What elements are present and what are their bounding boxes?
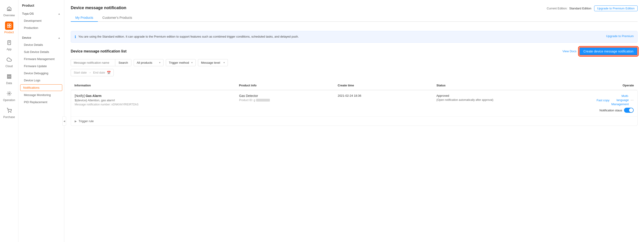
nav-item-notifications[interactable]: Notifications: [20, 84, 62, 91]
product-id-blur: [256, 99, 270, 102]
svg-rect-9: [7, 75, 11, 76]
view-docs-link[interactable]: View Docs: [562, 49, 576, 53]
chevron-down-icon: ▾: [159, 61, 160, 64]
svg-rect-10: [7, 76, 11, 77]
operate-links: Fast copy Multi-languageManagement ···: [596, 94, 634, 107]
calendar-icon: 📅: [107, 71, 111, 75]
svg-point-13: [8, 112, 9, 113]
sidebar-label-cloud: Cloud: [6, 65, 13, 68]
nav-item-device-logs[interactable]: Device Logs: [18, 77, 64, 84]
edition-bar: Current Edition: Standard Edition Upgrad…: [547, 5, 638, 11]
nav-group-tuya-os-label: Tuya OS: [22, 12, 34, 15]
notification-info-cell: [Notify] Gas Alarm ${device} Attention, …: [75, 94, 239, 106]
upgrade-to-premium-link[interactable]: Upgrade to Premium: [606, 34, 634, 38]
sidebar-item-operation[interactable]: Operation: [0, 87, 18, 104]
col-create-time: Create time: [338, 84, 436, 87]
notification-status-toggle[interactable]: [624, 108, 634, 113]
status-sub: (Open notification automatically after a…: [436, 98, 535, 102]
tabs-container: My Products Customer's Products: [71, 14, 638, 22]
info-icon: ℹ: [75, 35, 76, 39]
fast-copy-link[interactable]: Fast copy: [596, 99, 609, 102]
collapse-sidebar-button[interactable]: ◀: [62, 117, 66, 125]
info-banner: ℹ You are using the Standard edition. It…: [71, 31, 638, 43]
tab-customers-products[interactable]: Customer's Products: [98, 14, 137, 22]
svg-point-12: [8, 93, 10, 94]
all-products-dropdown[interactable]: All products ▾: [134, 59, 164, 66]
product-id: Product ID: g: [239, 99, 338, 102]
start-date-label: Start date: [74, 71, 86, 74]
trigger-rule-label: Trigger rule: [78, 120, 94, 123]
date-filter-row: Start date → End date 📅: [71, 69, 638, 76]
nav-item-device-debugging[interactable]: Device Debugging: [18, 70, 64, 77]
sidebar-label-purchase: Purchase: [3, 116, 15, 119]
notify-title: [Notify] Gas Alarm: [75, 94, 239, 98]
sidebar-item-app[interactable]: App: [0, 36, 18, 53]
sidebar-item-cloud[interactable]: Cloud: [0, 53, 18, 70]
notify-template: ${device} Attention, gas alarm!: [75, 99, 239, 102]
more-options-icon[interactable]: ···: [631, 98, 634, 102]
sidebar-item-purchase[interactable]: Purchase: [0, 104, 18, 121]
product-name: Gas Detector: [239, 94, 338, 98]
table-row-main: [Notify] Gas Alarm ${device} Attention, …: [71, 90, 637, 117]
cloud-icon: [5, 55, 13, 64]
nav-item-device-details[interactable]: Device Details: [18, 41, 64, 48]
chevron-down-icon-3: ▾: [224, 61, 225, 64]
main-content: Device message notification Current Edit…: [64, 0, 644, 242]
list-section-title: Device message notification list: [71, 49, 126, 53]
nav-panel: Product Tuya OS ▲ Development Production…: [18, 0, 64, 242]
notification-name-input[interactable]: [71, 59, 115, 66]
trigger-method-dropdown[interactable]: Trigger method ▾: [166, 59, 196, 66]
nav-item-pid-replacement[interactable]: PID Replacement: [18, 99, 64, 106]
svg-rect-0: [8, 9, 10, 10]
date-range-picker[interactable]: Start date → End date 📅: [71, 69, 114, 76]
sidebar-label-data: Data: [6, 82, 12, 85]
multi-language-link[interactable]: Multi-languageManagement: [612, 94, 629, 107]
nav-item-message-monitoring[interactable]: Message Monitoring: [18, 92, 64, 99]
nav-item-firmware-update[interactable]: Firmware Update: [18, 63, 64, 70]
nav-group-device[interactable]: Device ▲: [18, 34, 64, 41]
svg-rect-11: [7, 78, 11, 79]
toggle-label: Notification staus: [600, 109, 622, 112]
status-approved: Approved: [436, 94, 535, 97]
tab-my-products[interactable]: My Products: [71, 14, 98, 22]
toggle-knob: [629, 108, 633, 112]
app-icon: [5, 38, 13, 47]
section-actions: View Docs Create device message notifica…: [562, 47, 638, 55]
upgrade-to-premium-button[interactable]: Upgrade to Premium Edition: [594, 5, 638, 11]
message-level-dropdown[interactable]: Message level ▾: [198, 59, 228, 66]
purchase-icon: [5, 106, 13, 115]
home-icon: [5, 4, 13, 13]
trigger-rule-row[interactable]: ▶ Trigger rule: [71, 117, 637, 125]
sidebar-label-overview: Overview: [3, 14, 15, 17]
chevron-up-icon: ▲: [58, 12, 60, 15]
notification-name-filter: Search: [71, 59, 131, 66]
create-notification-button[interactable]: Create device message notification: [579, 47, 638, 55]
operate-cell: Fast copy Multi-languageManagement ··· N…: [535, 94, 634, 113]
sidebar-label-product: Product: [4, 31, 14, 34]
sidebar-label-operation: Operation: [3, 99, 15, 102]
table-row: [Notify] Gas Alarm ${device} Attention, …: [71, 90, 638, 126]
chevron-down-icon-2: ▾: [191, 61, 193, 64]
filters-row: Search All products ▾ Trigger method ▾ M…: [71, 59, 638, 66]
nav-panel-title: Product: [18, 4, 64, 10]
date-arrow-icon: →: [88, 71, 91, 74]
current-edition-label: Current Edition: Standard Edition: [547, 7, 592, 10]
nav-item-development[interactable]: Development: [18, 17, 64, 24]
search-button[interactable]: Search: [115, 59, 131, 66]
nav-item-firmware-management[interactable]: Firmware Management: [18, 55, 64, 63]
product-info-cell: Gas Detector Product ID: g: [239, 94, 338, 102]
chevron-up-icon-2: ▲: [58, 36, 60, 39]
icon-sidebar: Overview Product: [0, 0, 18, 242]
sidebar-item-overview[interactable]: Overview: [0, 2, 18, 19]
col-product-info: Product info: [239, 84, 338, 87]
sidebar-item-data[interactable]: Data: [0, 70, 18, 87]
operation-icon: [5, 89, 13, 98]
svg-rect-1: [7, 24, 9, 25]
sidebar-item-product[interactable]: Product: [0, 19, 18, 36]
nav-item-production[interactable]: Production: [18, 24, 64, 31]
svg-rect-2: [9, 24, 11, 25]
nav-group-tuya-os[interactable]: Tuya OS ▲: [18, 10, 64, 17]
table-header: Information Product info Create time Sta…: [71, 81, 638, 90]
nav-item-sub-device-details[interactable]: Sub Device Details: [18, 48, 64, 55]
status-cell: Approved (Open notification automaticall…: [436, 94, 535, 102]
